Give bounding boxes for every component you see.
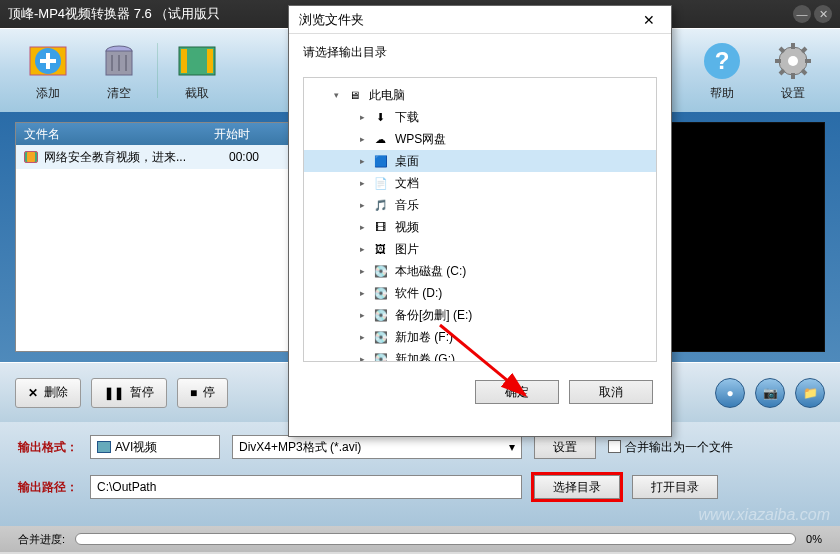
tree-item[interactable]: 🖼图片 xyxy=(304,238,656,260)
help-icon: ? xyxy=(700,39,744,83)
add-button[interactable]: 添加 xyxy=(15,39,80,102)
tree-label: 软件 (D:) xyxy=(395,285,442,302)
tree-label: WPS网盘 xyxy=(395,131,446,148)
folder-button[interactable]: 📁 xyxy=(795,378,825,408)
close-icon[interactable]: ✕ xyxy=(814,5,832,23)
progress-percent: 0% xyxy=(806,533,822,545)
folder-icon: 🎞 xyxy=(372,220,389,234)
format-label: 输出格式： xyxy=(18,439,78,456)
capture-icon xyxy=(175,39,219,83)
tree-label: 新加卷 (G:) xyxy=(395,351,455,363)
folder-icon: 🖥 xyxy=(346,88,363,102)
tree-label: 本地磁盘 (C:) xyxy=(395,263,466,280)
dialog-close-icon[interactable]: ✕ xyxy=(637,12,661,28)
capture-button[interactable]: 截取 xyxy=(164,39,229,102)
tree-label: 新加卷 (F:) xyxy=(395,329,453,346)
expand-icon[interactable] xyxy=(360,332,372,342)
path-input[interactable]: C:\OutPath xyxy=(90,475,522,499)
tree-item[interactable]: 🎵音乐 xyxy=(304,194,656,216)
open-dir-button[interactable]: 打开目录 xyxy=(632,475,718,499)
settings-button[interactable]: 设置 xyxy=(760,39,825,102)
help-button[interactable]: ? 帮助 xyxy=(689,39,754,102)
svg-rect-6 xyxy=(207,49,213,73)
folder-icon: ⬇ xyxy=(372,110,389,124)
tree-item[interactable]: 🖥此电脑 xyxy=(304,84,656,106)
col-start: 开始时 xyxy=(214,126,250,143)
expand-icon[interactable] xyxy=(360,112,372,122)
expand-icon[interactable] xyxy=(360,310,372,320)
tree-item[interactable]: 🟦桌面 xyxy=(304,150,656,172)
progress-bar xyxy=(75,533,796,545)
expand-icon[interactable] xyxy=(360,178,372,188)
browse-folder-dialog: 浏览文件夹 ✕ 请选择输出目录 🖥此电脑⬇下载☁WPS网盘🟦桌面📄文档🎵音乐🎞视… xyxy=(288,5,672,437)
snapshot-button[interactable]: 📷 xyxy=(755,378,785,408)
tree-item[interactable]: 💽新加卷 (F:) xyxy=(304,326,656,348)
folder-tree[interactable]: 🖥此电脑⬇下载☁WPS网盘🟦桌面📄文档🎵音乐🎞视频🖼图片💽本地磁盘 (C:)💽软… xyxy=(303,77,657,362)
clear-icon xyxy=(97,39,141,83)
tree-label: 备份[勿删] (E:) xyxy=(395,307,472,324)
add-icon xyxy=(26,39,70,83)
clear-button[interactable]: 清空 xyxy=(86,39,151,102)
tree-item[interactable]: 📄文档 xyxy=(304,172,656,194)
folder-icon: 💽 xyxy=(372,352,389,362)
folder-icon: 💽 xyxy=(372,264,389,278)
tree-label: 图片 xyxy=(395,241,419,258)
avi-icon xyxy=(97,441,111,453)
folder-icon: 💽 xyxy=(372,330,389,344)
toolbar-separator xyxy=(157,43,158,98)
expand-icon[interactable] xyxy=(334,90,346,100)
folder-icon: 🟦 xyxy=(372,154,389,168)
svg-text:?: ? xyxy=(714,47,729,74)
file-name: 网络安全教育视频，进来... xyxy=(44,149,229,166)
expand-icon[interactable] xyxy=(360,244,372,254)
svg-point-11 xyxy=(788,56,798,66)
path-label: 输出路径： xyxy=(18,479,78,496)
ok-button[interactable]: 确定 xyxy=(475,380,559,404)
choose-dir-button[interactable]: 选择目录 xyxy=(534,475,620,499)
expand-icon[interactable] xyxy=(360,288,372,298)
folder-icon: 📄 xyxy=(372,176,389,190)
tree-item[interactable]: ☁WPS网盘 xyxy=(304,128,656,150)
folder-icon: 💽 xyxy=(372,308,389,322)
col-filename: 文件名 xyxy=(24,126,214,143)
cancel-button[interactable]: 取消 xyxy=(569,380,653,404)
minimize-icon[interactable]: — xyxy=(793,5,811,23)
folder-icon: 🖼 xyxy=(372,242,389,256)
format-select[interactable]: AVI视频 xyxy=(90,435,220,459)
watermark: www.xiazaiba.com xyxy=(698,506,830,524)
tree-item[interactable]: 💽新加卷 (G:) xyxy=(304,348,656,362)
record-button[interactable]: ● xyxy=(715,378,745,408)
tree-label: 此电脑 xyxy=(369,87,405,104)
folder-icon: 🎵 xyxy=(372,198,389,212)
tree-label: 文档 xyxy=(395,175,419,192)
codec-select[interactable]: DivX4+MP3格式 (*.avi)▾ xyxy=(232,435,522,459)
tree-item[interactable]: 💽备份[勿删] (E:) xyxy=(304,304,656,326)
expand-icon[interactable] xyxy=(360,156,372,166)
format-settings-button[interactable]: 设置 xyxy=(534,435,596,459)
expand-icon[interactable] xyxy=(360,266,372,276)
tree-item[interactable]: 🎞视频 xyxy=(304,216,656,238)
tree-label: 视频 xyxy=(395,219,419,236)
merge-checkbox[interactable]: 合并输出为一个文件 xyxy=(608,439,733,456)
tree-item[interactable]: ⬇下载 xyxy=(304,106,656,128)
tree-label: 音乐 xyxy=(395,197,419,214)
progress-label: 合并进度: xyxy=(18,532,65,547)
window-title: 顶峰-MP4视频转换器 7.6 （试用版只 xyxy=(8,5,220,23)
progress-bar-area: 合并进度: 0% xyxy=(0,526,840,552)
tree-item[interactable]: 💽本地磁盘 (C:) xyxy=(304,260,656,282)
dialog-title: 浏览文件夹 xyxy=(299,11,364,29)
expand-icon[interactable] xyxy=(360,200,372,210)
preview-box xyxy=(653,122,825,352)
folder-icon: ☁ xyxy=(372,132,389,146)
expand-icon[interactable] xyxy=(360,354,372,362)
svg-rect-5 xyxy=(181,49,187,73)
preview-panel xyxy=(653,122,825,352)
gear-icon xyxy=(771,39,815,83)
expand-icon[interactable] xyxy=(360,134,372,144)
expand-icon[interactable] xyxy=(360,222,372,232)
pause-button[interactable]: ❚❚暂停 xyxy=(91,378,167,408)
tree-item[interactable]: 💽软件 (D:) xyxy=(304,282,656,304)
tree-label: 桌面 xyxy=(395,153,419,170)
delete-button[interactable]: ✕删除 xyxy=(15,378,81,408)
stop-button[interactable]: ■停 xyxy=(177,378,228,408)
